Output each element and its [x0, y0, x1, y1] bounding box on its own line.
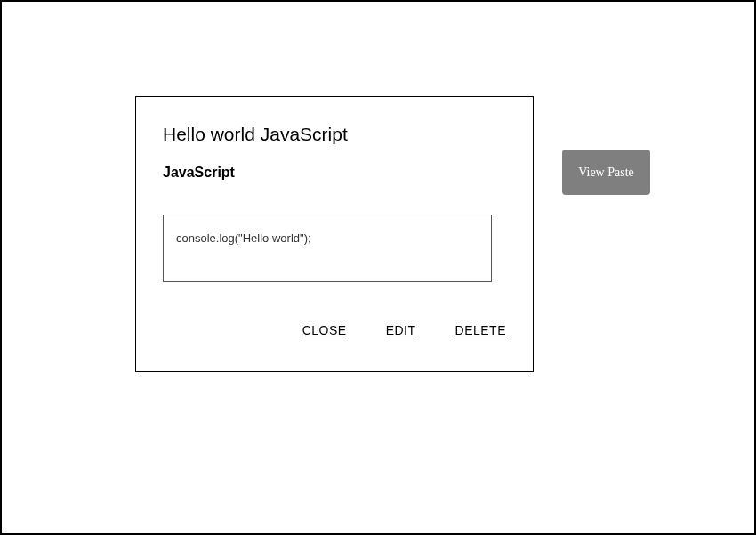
edit-button[interactable]: EDIT — [386, 323, 416, 337]
modal-actions: CLOSE EDIT DELETE — [302, 323, 506, 337]
code-text: console.log("Hello world"); — [176, 231, 311, 245]
paste-language: JavaScript — [163, 165, 506, 181]
view-paste-label: View Paste — [578, 166, 634, 180]
close-button[interactable]: CLOSE — [302, 323, 347, 337]
app-frame: Hello world JavaScript JavaScript consol… — [0, 0, 756, 535]
view-paste-button[interactable]: View Paste — [562, 150, 650, 195]
code-content-box: console.log("Hello world"); — [163, 215, 492, 282]
paste-title: Hello world JavaScript — [163, 124, 506, 145]
delete-button[interactable]: DELETE — [455, 323, 506, 337]
paste-modal: Hello world JavaScript JavaScript consol… — [135, 96, 534, 372]
